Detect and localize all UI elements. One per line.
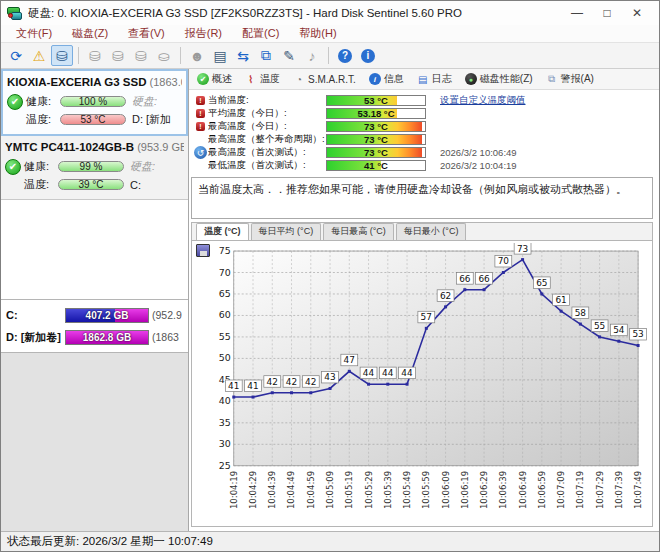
partition-row-c[interactable]: C: 407.2 GB (952.9 <box>3 304 186 326</box>
temp-row-min-since-test: 最低温度（首次测试）: 41 °C 2026/3/2 10:04:19 <box>193 159 653 172</box>
network-icon[interactable]: ⧉ <box>255 45 277 66</box>
temp-label: 温度: <box>26 112 60 127</box>
set-threshold-link[interactable]: 设置自定义温度阈值 <box>440 94 526 105</box>
disk-tools-4-icon[interactable]: ⛀ <box>153 45 175 66</box>
max-temp-timestamp: 2026/3/2 10:06:49 <box>440 147 517 158</box>
sidebar-filler <box>1 353 188 531</box>
svg-text:58: 58 <box>575 308 587 318</box>
svg-text:10:07:29: 10:07:29 <box>595 471 605 509</box>
tab-disk-performance[interactable]: ●磁盘性能(Z) <box>460 69 538 89</box>
app-icon <box>7 7 22 20</box>
overview-check-icon: ✔ <box>197 73 209 85</box>
chart-tab-temperature[interactable]: 温度 (°C) <box>196 223 249 240</box>
window-title: 硬盘: 0. KIOXIA-EXCERIA G3 SSD [ZF2KS0RZZ3… <box>28 6 462 21</box>
svg-text:43: 43 <box>324 372 335 382</box>
disk-overview-icon[interactable]: ⛁ <box>51 45 73 66</box>
disk-card-kioxia[interactable]: KIOXIA-EXCERIA G3 SSD (1863.0 G ✔ 健康: 10… <box>1 69 188 136</box>
info-icon[interactable]: i <box>357 45 379 66</box>
disk-sidebar: KIOXIA-EXCERIA G3 SSD (1863.0 G ✔ 健康: 10… <box>1 69 189 531</box>
svg-text:10:04:49: 10:04:49 <box>287 471 297 509</box>
tab-log[interactable]: ▤日志 <box>412 69 457 89</box>
health-value: 100 % <box>79 96 107 107</box>
temperature-advice: 当前温度太高．．推荐您如果可能，请使用硬盘冷却设备（例如风扇或被动式散热器）。 <box>191 177 653 219</box>
user-icon[interactable]: ☻ <box>186 45 208 66</box>
menu-help[interactable]: 帮助(H) <box>290 25 345 42</box>
svg-text:50: 50 <box>219 352 231 363</box>
temp-gauge: 73 °C <box>326 121 426 132</box>
svg-text:10:07:39: 10:07:39 <box>614 471 624 509</box>
temp-row-average-today: ! 平均温度（今日）: 53.18 °C <box>193 107 653 120</box>
temp-warning-icon: ! <box>196 122 205 131</box>
help-icon[interactable]: ? <box>334 45 356 66</box>
tab-information[interactable]: i信息 <box>364 69 409 89</box>
health-ok-icon: ✔ <box>5 159 21 175</box>
partition-total: (952.9 <box>152 309 182 321</box>
svg-text:10:05:09: 10:05:09 <box>325 471 335 509</box>
svg-text:73: 73 <box>517 244 528 254</box>
sync-icon[interactable]: ⇆ <box>232 45 254 66</box>
save-chart-icon[interactable] <box>196 244 210 257</box>
temp-gauge: 53.18 °C <box>326 108 426 119</box>
thermometer-icon: ⌇ <box>245 73 257 85</box>
temp-warning-icon: ! <box>196 96 205 105</box>
hdd-label: 硬盘: <box>130 159 155 174</box>
monitor-edit-icon[interactable]: ✎ <box>278 45 300 66</box>
svg-text:30: 30 <box>219 438 231 449</box>
partition-size: 1862.8 GB <box>66 331 148 344</box>
history-icon[interactable]: ↺ <box>194 146 207 159</box>
svg-text:10:05:59: 10:05:59 <box>421 471 431 509</box>
temperature-chart: 253035404550556065707510:04:1910:04:2910… <box>208 243 650 526</box>
svg-text:10:04:19: 10:04:19 <box>229 471 239 509</box>
tab-alerts[interactable]: ⧉警报(A) <box>541 69 599 89</box>
disk-header: YMTC PC411-1024GB-B (953.9 GB) <box>5 139 184 157</box>
menu-config[interactable]: 配置(C) <box>233 25 288 42</box>
disk-card-ymtc[interactable]: YMTC PC411-1024GB-B (953.9 GB) ✔ 健康: 99 … <box>1 136 188 200</box>
menu-report[interactable]: 报告(R) <box>176 25 231 42</box>
log-doc-icon: ▤ <box>417 73 429 85</box>
svg-text:55: 55 <box>594 321 605 331</box>
volume-label: C: <box>130 179 141 191</box>
menu-view[interactable]: 查看(V) <box>119 25 174 42</box>
chart-tab-daily-average[interactable]: 每日平均 (°C) <box>251 223 322 240</box>
disk-header: KIOXIA-EXCERIA G3 SSD (1863.0 G <box>7 74 182 92</box>
svg-text:10:06:49: 10:06:49 <box>518 471 528 509</box>
title-bar: 硬盘: 0. KIOXIA-EXCERIA G3 SSD [ZF2KS0RZZ3… <box>1 1 659 25</box>
chart-tab-daily-min[interactable]: 每日最小 (°C) <box>396 223 467 240</box>
tab-temperature[interactable]: ⌇温度 <box>240 69 285 89</box>
temp-row: 温度: 39 °C C: <box>5 176 184 193</box>
svg-text:66: 66 <box>478 274 490 284</box>
svg-text:61: 61 <box>555 295 566 305</box>
refresh-icon[interactable]: ⟳ <box>5 45 27 66</box>
svg-text:70: 70 <box>498 256 510 266</box>
main-panel: ✔概述 ⌇温度 ◔S.M.A.R.T. i信息 ▤日志 ●磁盘性能(Z) ⧉警报… <box>189 69 659 531</box>
svg-text:10:06:39: 10:06:39 <box>498 471 508 509</box>
disk-tools-2-icon[interactable]: ⛁ <box>107 45 129 66</box>
maximize-button[interactable]: □ <box>599 6 615 20</box>
chart-tab-daily-max[interactable]: 每日最高 (°C) <box>323 223 394 240</box>
svg-text:44: 44 <box>382 368 394 378</box>
tab-smart[interactable]: ◔S.M.A.R.T. <box>288 70 361 88</box>
close-button[interactable]: ✕ <box>629 6 645 20</box>
svg-text:10:04:39: 10:04:39 <box>267 471 277 509</box>
disk-tools-3-icon[interactable]: ⛁ <box>130 45 152 66</box>
minimize-button[interactable]: — <box>569 6 585 20</box>
temp-gauge: 73 °C <box>326 147 426 158</box>
partition-size: 407.2 GB <box>66 309 148 322</box>
performance-icon: ● <box>465 73 477 85</box>
health-row: ✔ 健康: 99 % 硬盘: <box>5 158 184 175</box>
temp-bar: 53 °C <box>60 114 126 125</box>
report-icon[interactable]: ▤ <box>209 45 231 66</box>
alert-icon[interactable]: ⚠ <box>28 45 50 66</box>
min-temp-timestamp: 2026/3/2 10:04:19 <box>440 160 517 171</box>
temp-gauge: 41 °C <box>326 160 426 171</box>
menu-disk[interactable]: 磁盘(Z) <box>63 25 117 42</box>
temperature-summary: ! 当前温度: 53 °C 设置自定义温度阈值 ! 平均温度（今日）: 53.1… <box>189 90 659 174</box>
svg-text:75: 75 <box>219 245 231 256</box>
disk-name: KIOXIA-EXCERIA G3 SSD <box>7 76 147 88</box>
disk-tools-1-icon[interactable]: ⛁ <box>84 45 106 66</box>
sound-icon[interactable]: ♪ <box>301 45 323 66</box>
health-row: ✔ 健康: 100 % 硬盘: <box>7 93 182 110</box>
tab-overview[interactable]: ✔概述 <box>192 69 237 89</box>
partition-row-d[interactable]: D: [新加卷] 1862.8 GB (1863 <box>3 326 186 348</box>
menu-file[interactable]: 文件(F) <box>7 25 61 42</box>
